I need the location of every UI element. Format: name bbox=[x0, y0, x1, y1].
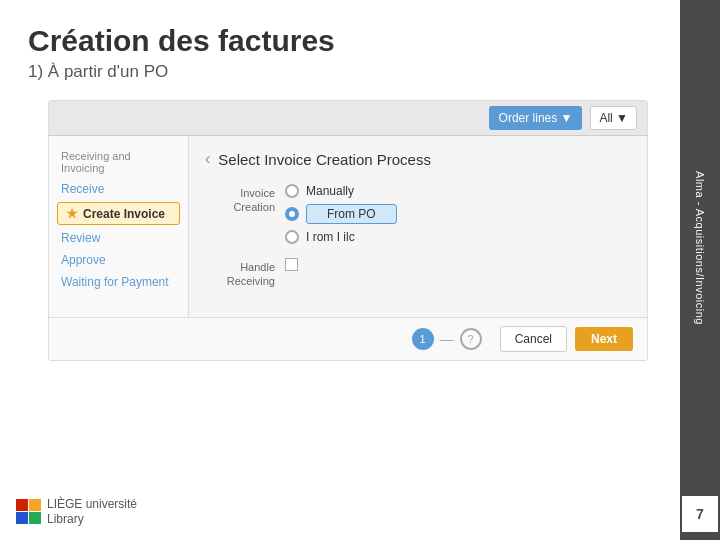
logo-red-square bbox=[16, 499, 28, 511]
logo-blue-square bbox=[16, 512, 28, 524]
app-topbar: Order lines ▼ All ▼ bbox=[49, 101, 647, 136]
slide: Création des factures 1) À partir d'un P… bbox=[0, 0, 680, 540]
app-actionbar: 1 — ? Cancel Next bbox=[49, 317, 647, 360]
nav-section-header: Receiving and Invoicing bbox=[49, 146, 188, 178]
step-2: ? bbox=[460, 328, 482, 350]
radio-options: Manually From PO I rom I ilc bbox=[285, 184, 397, 244]
logo-yellow-square bbox=[29, 499, 41, 511]
nav-item-waiting-payment[interactable]: Waiting for Payment bbox=[49, 271, 188, 293]
radio-from-po-circle bbox=[285, 207, 299, 221]
star-icon: ★ bbox=[66, 206, 78, 221]
step-1: 1 bbox=[412, 328, 434, 350]
panel-title: Select Invoice Creation Process bbox=[218, 151, 431, 168]
nav-item-create-invoice[interactable]: ★ Create Invoice bbox=[57, 202, 180, 225]
order-lines-button[interactable]: Order lines ▼ bbox=[489, 106, 583, 130]
handle-receiving-row: HandleReceiving bbox=[205, 258, 631, 289]
sidebar-rotated-text: Alma - Acquisitions/Invoicing bbox=[694, 171, 706, 325]
slide-subtitle: 1) À partir d'un PO bbox=[28, 62, 652, 82]
invoice-creation-label: InvoiceCreation bbox=[205, 184, 285, 215]
cancel-button[interactable]: Cancel bbox=[500, 326, 567, 352]
radio-from-po-label: From PO bbox=[306, 204, 397, 224]
radio-manually-label: Manually bbox=[306, 184, 354, 198]
radio-i-rom-label: I rom I ilc bbox=[306, 230, 355, 244]
radio-from-po[interactable]: From PO bbox=[285, 204, 397, 224]
sidebar-page-number: 7 bbox=[682, 496, 718, 532]
nav-item-create-invoice-label: Create Invoice bbox=[83, 207, 165, 221]
panel-title-row: ‹ Select Invoice Creation Process bbox=[205, 150, 631, 168]
logo-text: LIÈGE université Library bbox=[47, 497, 137, 526]
right-sidebar: Alma - Acquisitions/Invoicing 7 bbox=[680, 0, 720, 540]
nav-item-approve[interactable]: Approve bbox=[49, 249, 188, 271]
app-body: Receiving and Invoicing Receive ★ Create… bbox=[49, 136, 647, 317]
radio-manually[interactable]: Manually bbox=[285, 184, 397, 198]
radio-manually-circle bbox=[285, 184, 299, 198]
logo-colors bbox=[16, 499, 41, 524]
nav-item-review[interactable]: Review bbox=[49, 227, 188, 249]
step-indicator: 1 — ? bbox=[412, 328, 482, 350]
app-rightpanel: ‹ Select Invoice Creation Process Invoic… bbox=[189, 136, 647, 317]
radio-i-rom-circle bbox=[285, 230, 299, 244]
app-leftnav: Receiving and Invoicing Receive ★ Create… bbox=[49, 136, 189, 317]
logo-green-square bbox=[29, 512, 41, 524]
bottom-bar: LIÈGE université Library bbox=[16, 497, 137, 526]
radio-i-rom[interactable]: I rom I ilc bbox=[285, 230, 397, 244]
logo-block: LIÈGE université Library bbox=[16, 497, 137, 526]
slide-title: Création des factures bbox=[28, 24, 652, 58]
invoice-creation-row: InvoiceCreation Manually From PO bbox=[205, 184, 631, 244]
logo-library: Library bbox=[47, 512, 137, 526]
nav-item-receive[interactable]: Receive bbox=[49, 178, 188, 200]
back-arrow[interactable]: ‹ bbox=[205, 150, 210, 168]
app-mockup: Order lines ▼ All ▼ Receiving and Invoic… bbox=[48, 100, 648, 361]
sidebar-text-wrapper: Alma - Acquisitions/Invoicing bbox=[623, 0, 720, 496]
step-dots: — bbox=[440, 331, 454, 347]
handle-receiving-checkbox[interactable] bbox=[285, 258, 298, 271]
handle-receiving-label: HandleReceiving bbox=[205, 258, 285, 289]
logo-university: LIÈGE université bbox=[47, 497, 137, 511]
